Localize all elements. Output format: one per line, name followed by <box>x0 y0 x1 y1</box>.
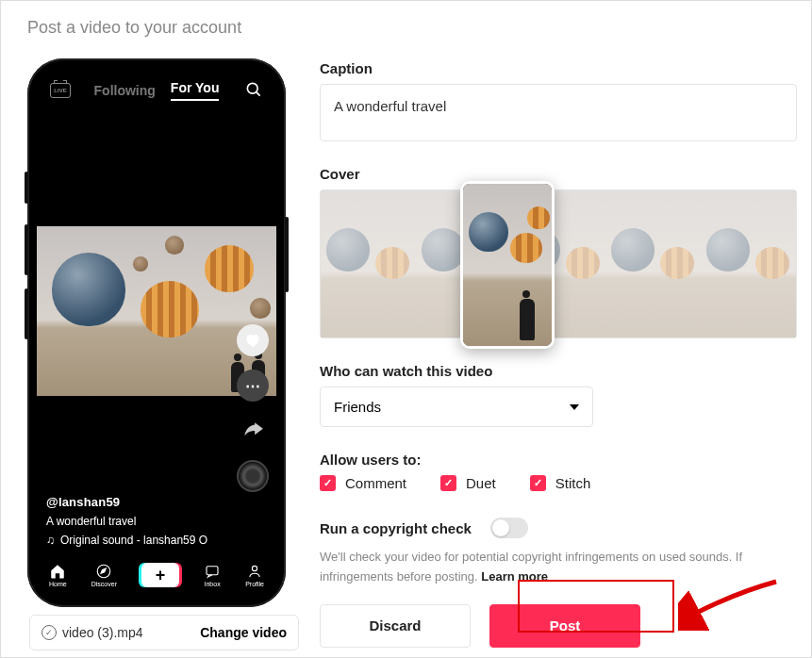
svg-marker-3 <box>101 568 106 573</box>
music-note-icon: ♫ <box>46 534 55 547</box>
preview-caption: A wonderful travel <box>46 515 231 528</box>
video-preview[interactable]: ⋯ @lanshan59 A wonderful travel ♫ Origin… <box>37 113 276 552</box>
copyright-help: We'll check your video for potential cop… <box>320 548 810 587</box>
caption-input[interactable]: A wonderful travel <box>320 84 797 141</box>
checkbox-icon: ✓ <box>320 475 336 491</box>
svg-point-5 <box>252 566 257 570</box>
privacy-value: Friends <box>334 399 381 415</box>
allow-duet[interactable]: ✓ Duet <box>440 475 496 491</box>
cover-selector[interactable] <box>320 189 797 338</box>
nav-profile[interactable]: Profile <box>245 563 264 587</box>
like-icon[interactable] <box>237 324 269 356</box>
share-icon[interactable] <box>237 415 269 447</box>
cover-frame-handle[interactable] <box>460 181 555 349</box>
tab-for-you[interactable]: For You <box>171 80 220 101</box>
check-icon: ✓ <box>41 625 57 640</box>
sound-disc-icon[interactable] <box>237 460 269 492</box>
phone-preview: LIVE Following For You <box>27 58 286 607</box>
allow-stitch[interactable]: ✓ Stitch <box>530 475 591 491</box>
comment-icon[interactable]: ⋯ <box>237 370 269 402</box>
allow-label: Allow users to: <box>320 452 811 468</box>
svg-point-0 <box>247 83 257 93</box>
live-icon[interactable]: LIVE <box>50 83 71 98</box>
allow-comment[interactable]: ✓ Comment <box>320 475 406 491</box>
caption-label: Caption <box>320 60 811 76</box>
file-info: ✓ video (3).mp4 Change video <box>29 615 299 650</box>
copyright-label: Run a copyright check <box>320 520 472 536</box>
svg-rect-4 <box>207 567 218 575</box>
cover-label: Cover <box>320 166 811 182</box>
copyright-toggle[interactable] <box>490 518 528 538</box>
privacy-label: Who can watch this video <box>320 363 811 379</box>
discard-button[interactable]: Discard <box>320 604 471 648</box>
learn-more-link[interactable]: Learn more <box>481 569 548 584</box>
checkbox-icon: ✓ <box>440 475 456 491</box>
nav-inbox[interactable]: Inbox <box>204 563 221 587</box>
chevron-down-icon <box>570 404 579 410</box>
privacy-select[interactable]: Friends <box>320 387 593 427</box>
nav-home[interactable]: Home <box>49 563 67 587</box>
nav-create[interactable]: + <box>141 563 179 587</box>
checkbox-icon: ✓ <box>530 475 546 491</box>
search-icon[interactable] <box>244 80 263 102</box>
change-video-link[interactable]: Change video <box>200 625 287 640</box>
page-title: Post a video to your account <box>27 18 785 38</box>
post-button[interactable]: Post <box>489 604 640 648</box>
svg-line-1 <box>257 91 260 95</box>
preview-sound: ♫ Original sound - lanshan59 O <box>46 534 231 547</box>
preview-username: @lanshan59 <box>46 495 231 509</box>
nav-discover[interactable]: Discover <box>91 563 117 587</box>
file-name: video (3).mp4 <box>62 625 143 640</box>
tab-following[interactable]: Following <box>94 83 156 98</box>
